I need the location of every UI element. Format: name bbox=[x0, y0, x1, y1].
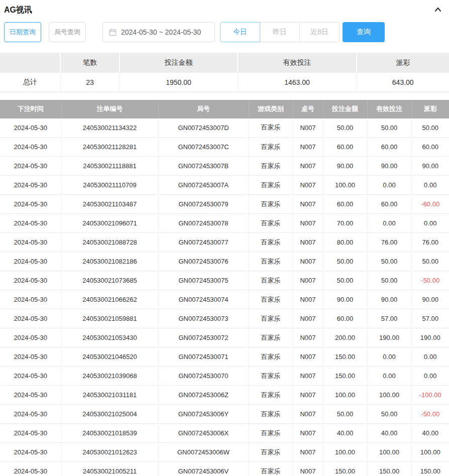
summary-header-row: 笔数 投注金额 有效投注 派彩 bbox=[0, 53, 449, 73]
column-header: 派彩 bbox=[411, 100, 449, 118]
table-cell: 2024-05-30 bbox=[0, 328, 61, 347]
table-cell: 50.00 bbox=[367, 271, 411, 290]
last-8-days-button[interactable]: 近8日 bbox=[299, 22, 340, 42]
table-cell: GN0072453006Y bbox=[158, 405, 249, 424]
column-header: 投注金额 bbox=[323, 100, 367, 118]
top-bar: AG视讯 bbox=[0, 0, 449, 15]
table-cell: GN00724530077 bbox=[158, 233, 249, 252]
table-cell: 90.00 bbox=[411, 290, 449, 309]
table-cell: GN0072453006V bbox=[158, 462, 249, 476]
table-cell: 76.00 bbox=[411, 233, 449, 252]
table-cell: N007 bbox=[293, 271, 323, 290]
table-cell: 2024-05-30 bbox=[0, 233, 61, 252]
table-cell: -50.00 bbox=[411, 271, 449, 290]
table-cell: 50.00 bbox=[411, 118, 449, 138]
table-cell: 240530021082186 bbox=[61, 252, 158, 271]
table-cell: 2024-05-30 bbox=[0, 271, 61, 290]
yesterday-button[interactable]: 昨日 bbox=[260, 22, 300, 42]
table-cell: 90.00 bbox=[367, 290, 411, 309]
table-cell: 50.00 bbox=[323, 252, 367, 271]
table-row: 2024-05-30240530021134322GN0072453007D百家… bbox=[0, 118, 449, 138]
table-cell: 0.00 bbox=[411, 176, 449, 195]
table-row: 2024-05-30240530021066262GN00724530074百家… bbox=[0, 290, 449, 309]
date-query-tab-button[interactable]: 日期查询 bbox=[4, 22, 41, 42]
table-cell: 60.00 bbox=[411, 138, 449, 157]
table-cell: 2024-05-30 bbox=[0, 386, 61, 405]
column-header: 注单编号 bbox=[61, 100, 158, 118]
table-cell: 90.00 bbox=[411, 157, 449, 176]
table-cell: 50.00 bbox=[323, 271, 367, 290]
bet-table-header-row: 下注时间注单编号局号游戏类别桌号投注金额有效投注派彩 bbox=[0, 100, 449, 118]
table-cell: -50.00 bbox=[411, 405, 449, 424]
table-cell: N007 bbox=[293, 233, 323, 252]
table-cell: 0.00 bbox=[411, 367, 449, 386]
table-cell: 240530021053430 bbox=[61, 328, 158, 347]
table-cell: 50.00 bbox=[323, 405, 367, 424]
table-cell: 240530021046520 bbox=[61, 347, 158, 367]
table-cell: 60.00 bbox=[323, 195, 367, 214]
table-cell: 150.00 bbox=[367, 462, 411, 476]
summary-total-row: 总计 23 1950.00 1463.00 643.00 bbox=[0, 73, 449, 92]
table-cell: 240530021012623 bbox=[61, 443, 158, 462]
table-cell: 150.00 bbox=[411, 462, 449, 476]
round-query-tab-button[interactable]: 局号查询 bbox=[49, 22, 86, 42]
table-cell: 150.00 bbox=[323, 367, 367, 386]
table-cell: 百家乐 bbox=[249, 309, 293, 328]
table-row: 2024-05-30240530021039068GN00724530070百家… bbox=[0, 367, 449, 386]
table-cell: 2024-05-30 bbox=[0, 118, 61, 138]
table-cell: GN0072453006W bbox=[158, 443, 249, 462]
table-cell: GN0072453006X bbox=[158, 424, 249, 443]
table-row: 2024-05-30240530021053430GN00724530072百家… bbox=[0, 328, 449, 347]
table-row: 2024-05-30240530021046520GN00724530071百家… bbox=[0, 347, 449, 367]
collapse-button[interactable] bbox=[434, 6, 442, 15]
summary-payout: 643.00 bbox=[357, 73, 449, 92]
table-cell: 240530021066262 bbox=[61, 290, 158, 309]
table-cell: 50.00 bbox=[323, 118, 367, 138]
table-cell: 百家乐 bbox=[249, 443, 293, 462]
table-cell: N007 bbox=[293, 462, 323, 476]
summary-column-header: 派彩 bbox=[357, 53, 449, 73]
table-cell: 2024-05-30 bbox=[0, 309, 61, 328]
table-cell: N007 bbox=[293, 138, 323, 157]
table-cell: 40.00 bbox=[411, 424, 449, 443]
table-cell: 150.00 bbox=[323, 347, 367, 367]
table-cell: 190.00 bbox=[411, 328, 449, 347]
table-cell: GN00724530072 bbox=[158, 328, 249, 347]
table-cell: 百家乐 bbox=[249, 405, 293, 424]
summary-table: 笔数 投注金额 有效投注 派彩 总计 23 1950.00 1463.00 64… bbox=[0, 53, 449, 92]
table-cell: N007 bbox=[293, 157, 323, 176]
table-cell: 76.00 bbox=[367, 233, 411, 252]
table-cell: GN00724530070 bbox=[158, 367, 249, 386]
table-cell: GN0072453006Z bbox=[158, 386, 249, 405]
page-title: AG视讯 bbox=[4, 5, 32, 16]
table-cell: 240530021073685 bbox=[61, 271, 158, 290]
table-cell: 2024-05-30 bbox=[0, 367, 61, 386]
table-cell: 60.00 bbox=[323, 309, 367, 328]
table-cell: 240530021005211 bbox=[61, 462, 158, 476]
table-row: 2024-05-30240530021018539GN0072453006X百家… bbox=[0, 424, 449, 443]
date-range-picker[interactable]: 2024-05-30 ~ 2024-05-30 bbox=[102, 22, 215, 42]
table-cell: 0.00 bbox=[411, 347, 449, 367]
table-cell: GN00724530078 bbox=[158, 214, 249, 233]
table-cell: 240530021031181 bbox=[61, 386, 158, 405]
table-cell: 百家乐 bbox=[249, 367, 293, 386]
table-cell: 200.00 bbox=[323, 328, 367, 347]
search-button[interactable]: 查询 bbox=[343, 22, 385, 42]
table-cell: 0.00 bbox=[367, 367, 411, 386]
table-cell: 240530021059881 bbox=[61, 309, 158, 328]
table-cell: 百家乐 bbox=[249, 138, 293, 157]
today-button[interactable]: 今日 bbox=[220, 22, 260, 42]
summary-column-header: 投注金额 bbox=[120, 53, 238, 73]
table-cell: 240530021096071 bbox=[61, 214, 158, 233]
table-cell: 57.00 bbox=[411, 309, 449, 328]
summary-column-header: 有效投注 bbox=[238, 53, 357, 73]
table-cell: GN00724530073 bbox=[158, 309, 249, 328]
table-cell: 90.00 bbox=[323, 290, 367, 309]
table-cell: 0.00 bbox=[367, 347, 411, 367]
bet-table-body: 2024-05-30240530021134322GN0072453007D百家… bbox=[0, 118, 449, 476]
table-cell: GN00724530075 bbox=[158, 271, 249, 290]
summary-column-header: 笔数 bbox=[60, 53, 120, 73]
table-cell: 百家乐 bbox=[249, 233, 293, 252]
table-cell: N007 bbox=[293, 309, 323, 328]
table-cell: 50.00 bbox=[367, 252, 411, 271]
